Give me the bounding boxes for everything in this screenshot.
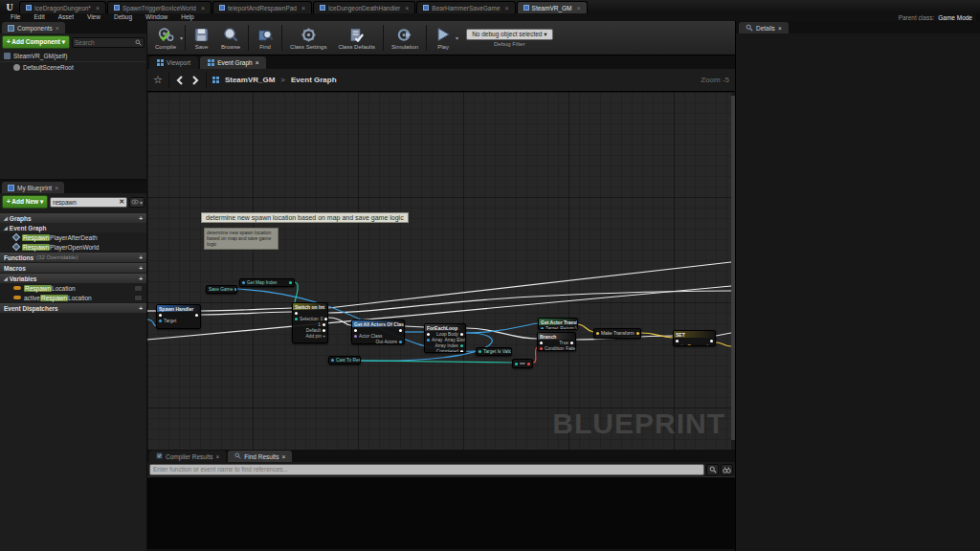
input-pin[interactable] [541,327,544,330]
find-in-blueprints-button[interactable] [721,464,733,475]
window-tab-teleportandrespawnpad[interactable]: teleportAndRespawnPad× [212,1,312,13]
input-pin[interactable] [427,339,430,342]
output-pin[interactable] [570,342,573,344]
input-pin[interactable] [159,314,162,317]
output-pin[interactable] [289,281,292,284]
close-icon[interactable]: × [56,25,59,32]
menu-window[interactable]: Window [139,13,174,21]
tab-my-blueprint[interactable]: My Blueprint × [2,182,64,193]
simulation-button[interactable]: Simulation [386,22,424,54]
output-pin[interactable] [323,329,325,332]
menu-edit[interactable]: Edit [27,13,51,21]
components-search-input[interactable] [75,39,135,46]
search-button[interactable] [706,464,719,475]
breadcrumb-root[interactable]: SteamVR_GM [225,76,275,84]
close-icon[interactable]: × [281,453,285,460]
add-icon[interactable]: + [139,265,143,272]
output-pin[interactable] [527,363,530,365]
input-pin[interactable] [354,329,357,332]
expand-arrow-icon[interactable]: ◢ [4,276,8,281]
add-component-button[interactable]: + Add Component ▾ [2,35,70,49]
favorite-star-icon[interactable]: ☆ [153,74,163,86]
tab-details[interactable]: Details × [739,22,789,33]
node-get-actor-transform[interactable]: Get Actor TransformTargetReturn Value [538,318,578,330]
input-pin[interactable] [540,347,543,350]
input-pin[interactable] [596,332,599,335]
close-icon[interactable]: × [216,453,220,460]
visibility-filter-button[interactable]: ▾ [129,197,145,208]
node-get-map-index[interactable]: Get Map Index [239,278,295,287]
window-tab-icedungeondeathhandler[interactable]: IceDungeonDeathHandler× [313,1,415,13]
blueprint-graph-canvas[interactable]: determine new spawn location based on ma… [147,92,735,450]
node-get-all-actors-of-class[interactable]: Get All Actors Of ClassActor ClassOut Ac… [351,320,405,344]
close-icon[interactable]: × [778,25,782,32]
close-icon[interactable]: × [577,5,581,11]
class-settings-button[interactable]: Class Settings [284,22,332,54]
event-respawnplayeropenworld[interactable]: RespawnPlayerOpenWorld [0,242,146,252]
menu-file[interactable]: File [4,13,27,21]
variable-visibility-toggle[interactable] [134,285,143,292]
close-icon[interactable]: × [301,5,305,11]
close-icon[interactable]: × [96,5,100,11]
class-defaults-button[interactable]: Class Defaults [332,22,381,54]
input-pin[interactable] [354,335,357,338]
output-pin[interactable] [460,350,463,353]
play-button[interactable]: Play [429,22,457,54]
close-icon[interactable]: × [55,185,58,191]
node-make-transform[interactable]: Make Transform [593,328,641,339]
input-pin[interactable] [676,340,679,342]
my-blueprint-search-input[interactable] [53,199,119,206]
add-icon[interactable]: + [139,254,143,261]
back-arrow-icon[interactable] [175,76,185,85]
chevron-down-icon[interactable]: ▾ [180,34,183,41]
output-pin[interactable] [324,318,327,320]
input-pin[interactable] [295,312,298,315]
tab-components[interactable]: Components × [2,22,65,33]
browse-button[interactable]: Browse [215,22,246,54]
output-pin[interactable] [323,323,325,326]
node-equal-node[interactable]: == [512,359,533,368]
bottom-tab-compiler-results[interactable]: Compiler Results× [149,451,226,462]
input-pin[interactable] [331,359,334,362]
window-tab-steamvr-gm[interactable]: SteamVR_GM× [517,1,588,13]
expand-arrow-icon[interactable]: ◢ [4,215,8,221]
input-pin[interactable] [540,342,543,344]
find-results-search-input[interactable] [153,466,701,473]
variable-visibility-toggle[interactable] [134,295,143,301]
output-pin[interactable] [460,344,463,347]
debug-object-dropdown[interactable]: No debug object selected ▾ [466,29,552,40]
compile-button[interactable]: Compile [149,22,182,54]
section-macros[interactable]: Macros+ [0,262,146,273]
doc-tab-viewport[interactable]: Viewport [149,56,198,69]
output-pin[interactable] [399,329,402,332]
close-icon[interactable]: × [505,5,509,11]
node-cast-to-respawn-pad[interactable]: Cast To RespawnPad [328,356,361,364]
find-button[interactable]: Find [251,22,279,54]
event-respawnplayerafterdeath[interactable]: RespawnPlayerAfterDeath [0,232,146,242]
output-pin[interactable] [460,333,463,336]
breadcrumb-current[interactable]: Event Graph [291,76,337,84]
variable-activerespawnlocation[interactable]: activeRespawnLocation [0,293,146,302]
add-icon[interactable]: + [139,215,143,222]
node-is-valid[interactable]: Target Is Valid [476,347,512,356]
clear-search-icon[interactable]: ✕ [119,198,124,206]
node-spawn-handler[interactable]: Spawn HandlerTarget [156,304,201,329]
section-graphs[interactable]: ◢Graphs+ [0,212,146,223]
input-pin[interactable] [159,320,162,322]
section-event-dispatchers[interactable]: Event Dispatchers+ [0,302,146,313]
node-branch[interactable]: BranchTrueConditionFalse [537,332,576,351]
doc-tab-event-graph[interactable]: Event Graph× [200,56,266,69]
window-tab-spawntriggerboxiceworld[interactable]: SpawnTriggerBoxIceWorld× [107,1,212,13]
window-tab-icedragondungeon[interactable]: IceDragonDungeon*× [19,1,106,13]
component-row-defaultsceneroot[interactable]: DefaultSceneRoot [0,61,146,73]
component-row-steamvr-gm-self[interactable]: SteamVR_GM(self) [0,51,146,61]
variable-respawnlocation[interactable]: RespawnLocation [0,283,146,293]
forward-arrow-icon[interactable] [190,76,200,85]
output-pin[interactable] [195,314,198,317]
menu-view[interactable]: View [80,13,107,21]
input-pin[interactable] [427,333,430,336]
close-icon[interactable]: × [405,5,409,11]
node-save-game-getter[interactable]: Save Game [206,285,237,294]
close-icon[interactable]: × [256,59,259,66]
chevron-down-icon[interactable]: ▾ [456,34,458,41]
